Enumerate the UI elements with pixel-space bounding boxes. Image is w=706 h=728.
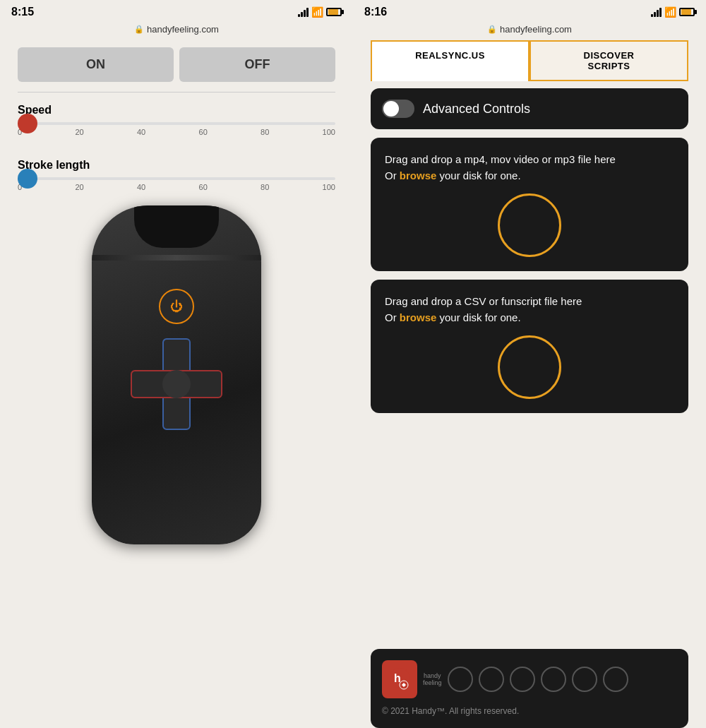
right-lock-icon: 🔒 — [487, 25, 497, 34]
off-button[interactable]: OFF — [179, 47, 335, 82]
left-status-bar: 8:15 📶 — [0, 0, 353, 21]
right-panel: 8:16 📶 🔒 handyfeeling.com REALSYNC.US DI… — [353, 0, 706, 728]
advanced-controls-row: Advanced Controls — [382, 100, 677, 118]
footer-content: h handyfeeling — [382, 660, 677, 698]
left-panel: 8:15 📶 🔒 handyfeeling.com ON OFF Speed — [0, 0, 353, 728]
advanced-controls-toggle[interactable] — [382, 100, 414, 118]
stroke-label: Stroke length — [18, 159, 335, 172]
on-button[interactable]: ON — [18, 47, 174, 82]
upload-script-circle[interactable] — [498, 335, 561, 399]
advanced-controls-label: Advanced Controls — [423, 102, 530, 117]
stroke-thumb[interactable] — [18, 169, 37, 189]
footer-circle-4 — [541, 667, 566, 692]
upload-script-card[interactable]: Drag and drop a CSV or funscript file he… — [371, 280, 688, 413]
speed-thumb[interactable] — [18, 114, 37, 133]
upload-video-circle[interactable] — [498, 193, 561, 257]
device-band — [92, 255, 261, 261]
browse-video-link[interactable]: browse — [400, 169, 437, 181]
tab-discover[interactable]: DISCOVERSCRIPTS — [530, 40, 688, 81]
device-opening — [134, 205, 219, 248]
right-url: handyfeeling.com — [500, 24, 572, 35]
dpad-center — [162, 370, 191, 398]
footer-circle-1 — [448, 667, 473, 692]
device-illustration: ⏻ — [71, 205, 282, 559]
power-button-icon: ⏻ — [159, 289, 194, 324]
lock-icon: 🔒 — [134, 25, 144, 34]
browse-script-link[interactable]: browse — [400, 311, 437, 323]
device-controls: ⏻ — [131, 289, 222, 430]
speed-slider-wrapper[interactable] — [18, 122, 335, 125]
right-time: 8:16 — [364, 6, 387, 18]
right-url-bar: 🔒 handyfeeling.com — [371, 21, 688, 40]
device-body: ⏻ — [92, 205, 261, 544]
footer-copyright: © 2021 Handy™. All rights reserved. — [382, 706, 519, 716]
wifi-icon: 📶 — [311, 6, 323, 18]
footer-circle-5 — [572, 667, 597, 692]
footer-circle-3 — [510, 667, 535, 692]
on-off-row: ON OFF — [18, 40, 335, 89]
footer-circle-6 — [603, 667, 628, 692]
toggle-knob — [383, 101, 399, 117]
dpad — [131, 338, 222, 430]
footer-copyright-row: © 2021 Handy™. All rights reserved. — [382, 704, 677, 717]
handy-brand-text: handyfeeling — [423, 672, 442, 686]
advanced-controls-card: Advanced Controls — [371, 88, 688, 129]
upload-video-card[interactable]: Drag and drop a mp4, mov video or mp3 fi… — [371, 138, 688, 271]
left-time: 8:15 — [11, 6, 34, 18]
upload-script-text: Drag and drop a CSV or funscript file he… — [385, 294, 674, 326]
svg-text:h: h — [394, 672, 401, 684]
stroke-ticks: 0 20 40 60 80 100 — [18, 183, 335, 191]
right-battery-icon — [679, 8, 695, 16]
upload-video-text: Drag and drop a mp4, mov video or mp3 fi… — [385, 152, 674, 184]
footer-circle-2 — [479, 667, 504, 692]
speed-label: Speed — [18, 104, 335, 117]
right-signal-bars-icon — [651, 7, 662, 17]
speed-ticks: 0 20 40 60 80 100 — [18, 128, 335, 136]
signal-bars-icon — [298, 7, 309, 17]
right-status-icons: 📶 — [651, 6, 695, 18]
battery-icon — [326, 8, 342, 16]
right-status-bar: 8:16 📶 — [353, 0, 706, 21]
speed-track — [18, 122, 335, 125]
footer-card: h handyfeeling © 2021 Handy™. All rights… — [371, 649, 688, 728]
divider — [18, 92, 335, 93]
tabs-row: REALSYNC.US DISCOVERSCRIPTS — [371, 40, 688, 81]
left-status-icons: 📶 — [298, 6, 342, 18]
tab-realsync[interactable]: REALSYNC.US — [371, 40, 530, 81]
stroke-track — [18, 177, 335, 180]
stroke-slider-wrapper[interactable] — [18, 177, 335, 180]
right-wifi-icon: 📶 — [664, 6, 676, 18]
speed-section: Speed 0 20 40 60 80 100 — [18, 95, 335, 136]
stroke-section: Stroke length 0 20 40 60 80 100 — [18, 150, 335, 191]
left-url-bar: 🔒 handyfeeling.com — [18, 21, 335, 40]
left-url: handyfeeling.com — [147, 24, 219, 35]
footer-logo-text-area: handyfeeling — [423, 672, 442, 686]
footer-circles — [448, 667, 677, 692]
handy-logo: h — [382, 660, 417, 698]
